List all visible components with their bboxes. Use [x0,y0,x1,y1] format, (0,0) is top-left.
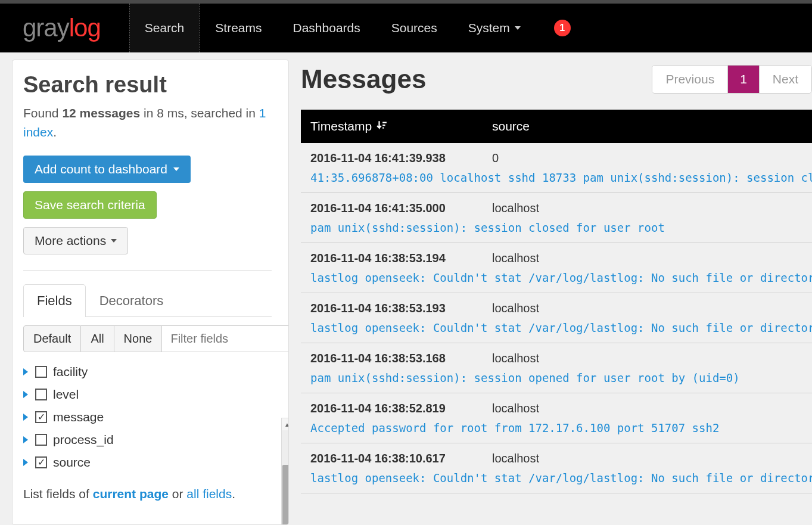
cell-source: localhost [492,302,812,315]
field-item-level: level [23,383,272,406]
table-row[interactable]: 2016-11-04 16:38:53.168localhostpam_unix… [301,343,812,393]
tab-fields[interactable]: Fields [23,284,86,317]
field-label: facility [53,365,88,379]
field-checkbox[interactable] [35,366,47,378]
nav-streams[interactable]: Streams [200,4,277,52]
table-row[interactable]: 2016-11-04 16:38:53.193localhostlastlog_… [301,293,812,343]
cell-message: lastlog_openseek: Couldn't stat /var/log… [310,271,812,284]
cell-source: localhost [492,201,812,215]
table-row[interactable]: 2016-11-04 16:41:39.938041:35.696878+08:… [301,143,812,193]
cell-source: 0 [492,151,812,165]
messages-title: Messages [301,64,426,94]
col-source[interactable]: source [492,119,812,133]
navbar: graylog SearchStreamsDashboardsSourcesSy… [0,4,812,52]
cell-timestamp: 2016-11-04 16:41:35.000 [310,201,492,215]
cell-timestamp: 2016-11-04 16:38:53.193 [310,302,492,315]
field-label: message [53,410,104,424]
field-label: level [53,387,79,402]
current-page-link[interactable]: current page [93,487,169,501]
table-header: Timestamp source [301,110,812,143]
cell-timestamp: 2016-11-04 16:38:53.194 [310,251,492,265]
logo[interactable]: graylog [23,14,101,42]
table-row[interactable]: 2016-11-04 16:38:52.819localhostAccepted… [301,393,812,443]
field-item-facility: facility [23,361,272,383]
field-checkbox[interactable] [35,456,47,468]
cell-source: localhost [492,251,812,265]
cell-message: 41:35.696878+08:00 localhost sshd 18733 … [310,171,812,184]
fields-default-button[interactable]: Default [23,325,81,352]
add-count-to-dashboard-button[interactable]: Add count to dashboard [23,156,191,183]
cell-message: lastlog_openseek: Couldn't stat /var/log… [310,321,812,334]
expand-icon[interactable] [23,368,28,375]
fields-scrollbar[interactable]: ▲ ▼ [281,418,289,525]
field-item-source: source [23,451,272,474]
cell-source: localhost [492,452,812,465]
scroll-thumb[interactable] [282,465,289,525]
field-checkbox[interactable] [35,389,47,400]
cell-message: lastlog_openseek: Couldn't stat /var/log… [310,471,812,484]
cell-source: localhost [492,402,812,415]
save-search-criteria-button[interactable]: Save search criteria [23,191,157,219]
field-label: source [53,455,91,470]
nav-dashboards[interactable]: Dashboards [278,4,376,52]
search-result-summary: Found 12 messages in 8 ms, searched in 1… [23,104,272,141]
field-item-message: message [23,406,272,428]
pager-next[interactable]: Next [759,66,811,93]
cell-message: pam_unix(sshd:session): session opened f… [310,371,812,384]
cell-timestamp: 2016-11-04 16:38:10.617 [310,452,492,465]
sidebar: Search result Found 12 messages in 8 ms,… [12,60,289,525]
fields-none-button[interactable]: None [114,325,163,352]
pager: Previous 1 Next [652,65,812,94]
nav-search[interactable]: Search [129,4,200,52]
cell-timestamp: 2016-11-04 16:38:52.819 [310,402,492,415]
filter-fields-input[interactable] [162,325,289,352]
field-toolbar: Default All None [23,325,272,352]
table-row[interactable]: 2016-11-04 16:38:53.194localhostlastlog_… [301,243,812,293]
tab-decorators[interactable]: Decorators [86,284,178,317]
scroll-up-icon[interactable]: ▲ [282,418,289,430]
pager-page-1[interactable]: 1 [727,66,759,93]
field-checkbox[interactable] [35,434,47,446]
expand-icon[interactable] [23,414,28,421]
cell-timestamp: 2016-11-04 16:41:39.938 [310,151,492,165]
cell-timestamp: 2016-11-04 16:38:53.168 [310,352,492,365]
expand-icon[interactable] [23,391,28,398]
table-row[interactable]: 2016-11-04 16:38:10.617localhostlastlog_… [301,443,812,493]
pager-previous[interactable]: Previous [652,66,727,93]
cell-message: Accepted password for root from 172.17.6… [310,421,812,434]
sort-icon [377,120,387,133]
expand-icon[interactable] [23,459,28,466]
field-checkbox[interactable] [35,411,47,423]
divider [23,270,272,271]
all-fields-link[interactable]: all fields [186,487,232,501]
nav-sources[interactable]: Sources [376,4,453,52]
fields-all-button[interactable]: All [81,325,114,352]
cell-source: localhost [492,352,812,365]
col-timestamp[interactable]: Timestamp [310,119,492,133]
more-actions-button[interactable]: More actions [23,227,128,254]
table-row[interactable]: 2016-11-04 16:41:35.000localhostpam_unix… [301,193,812,243]
expand-icon[interactable] [23,436,28,443]
fields-footer: List fields of current page or all field… [23,487,272,501]
main-content: Messages Previous 1 Next Timestamp sourc… [289,52,812,525]
field-item-process_id: process_id [23,428,272,451]
field-label: process_id [53,433,114,447]
search-result-title: Search result [23,72,272,98]
notification-badge[interactable]: 1 [554,20,571,36]
cell-message: pam_unix(sshd:session): session closed f… [310,221,812,234]
nav-system[interactable]: System [453,4,536,52]
